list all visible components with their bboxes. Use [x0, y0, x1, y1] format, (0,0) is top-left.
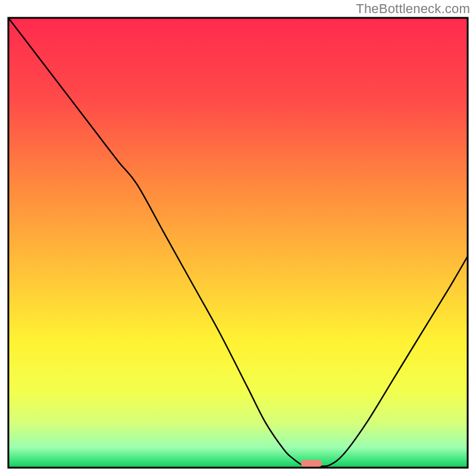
watermark-text: TheBottleneck.com — [356, 1, 470, 17]
gradient-background — [8, 18, 468, 468]
optimal-marker — [301, 460, 322, 467]
bottleneck-chart: TheBottleneck.com — [0, 0, 476, 476]
chart-svg — [0, 0, 476, 476]
